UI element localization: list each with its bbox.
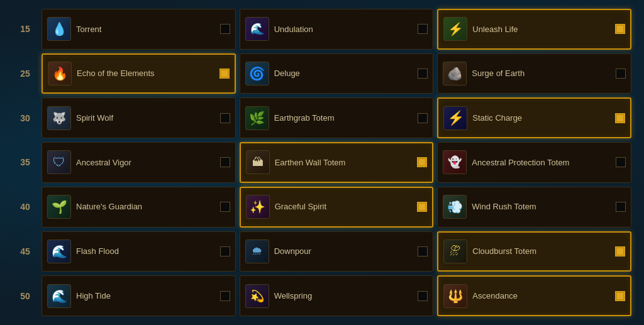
talent-cell-flash-flood[interactable]: Flash Flood: [42, 231, 236, 272]
talent-checkbox-ancestral-vigor[interactable]: [220, 157, 230, 167]
talent-cell-high-tide[interactable]: High Tide: [42, 275, 236, 316]
talent-checkbox-echo[interactable]: [219, 69, 230, 79]
talent-checkbox-earthen-wall[interactable]: [417, 157, 427, 167]
talent-icon-unleash-life: [443, 17, 467, 41]
level-label-25: 25: [13, 53, 38, 94]
talent-cell-ancestral-vigor[interactable]: Ancestral Vigor: [42, 142, 236, 183]
talent-cell-anc-prot[interactable]: Ancestral Protection Totem: [437, 142, 631, 183]
talent-cell-spirit-wolf[interactable]: Spirit Wolf: [42, 97, 236, 138]
talent-checkbox-surge-earth[interactable]: [616, 69, 626, 79]
talent-name-natures-guardian: Nature's Guardian: [76, 202, 215, 212]
talent-checkbox-spirit-wolf[interactable]: [220, 113, 230, 123]
talent-checkbox-wellspring[interactable]: [418, 291, 428, 301]
talent-grid: 15TorrentUndulationUnleash Life25Echo of…: [8, 4, 636, 321]
talent-icon-wellspring: [245, 284, 269, 308]
talent-cell-wind-rush[interactable]: Wind Rush Totem: [437, 187, 631, 228]
talent-cell-ascendance[interactable]: Ascendance: [437, 275, 631, 316]
talent-checkbox-torrent[interactable]: [220, 24, 230, 34]
talent-checkbox-wind-rush[interactable]: [616, 202, 626, 212]
talent-checkbox-graceful-spirit[interactable]: [417, 202, 427, 212]
talent-icon-deluge: [245, 62, 269, 85]
talent-cell-natures-guardian[interactable]: Nature's Guardian: [42, 187, 236, 228]
talent-cell-graceful-spirit[interactable]: Graceful Spirit: [240, 187, 434, 228]
talent-checkbox-static-charge[interactable]: [615, 113, 625, 123]
talent-checkbox-flash-flood[interactable]: [220, 246, 230, 256]
talent-cell-torrent[interactable]: Torrent: [42, 9, 236, 50]
talent-icon-earthen-wall: [246, 150, 270, 174]
level-label-30: 30: [13, 97, 38, 138]
talent-name-high-tide: High Tide: [76, 291, 215, 301]
talent-name-unleash-life: Unleash Life: [472, 25, 610, 35]
talent-icon-natures-guardian: [47, 195, 71, 219]
talent-cell-cloudburst[interactable]: Cloudburst Totem: [437, 231, 631, 272]
talent-checkbox-unleash-life[interactable]: [615, 24, 625, 34]
talent-name-echo: Echo of the Elements: [77, 69, 214, 79]
talent-name-ascendance: Ascendance: [472, 291, 610, 301]
talent-icon-flash-flood: [47, 240, 71, 263]
talent-cell-unleash-life[interactable]: Unleash Life: [437, 9, 631, 50]
talent-checkbox-ascendance[interactable]: [615, 291, 625, 301]
level-label-15: 15: [13, 9, 38, 50]
talent-icon-torrent: [47, 17, 71, 41]
talent-checkbox-anc-prot[interactable]: [616, 157, 626, 167]
talent-name-wind-rush: Wind Rush Totem: [472, 202, 611, 212]
talent-cell-deluge[interactable]: Deluge: [240, 53, 434, 94]
talent-icon-ancestral-vigor: [47, 150, 71, 174]
talent-name-cloudburst: Cloudburst Totem: [472, 246, 610, 256]
talent-name-graceful-spirit: Graceful Spirit: [275, 202, 413, 212]
level-label-40: 40: [13, 187, 38, 228]
talent-icon-spirit-wolf: [47, 106, 71, 130]
talent-icon-echo: [48, 62, 72, 85]
talent-checkbox-deluge[interactable]: [418, 69, 428, 79]
talent-cell-earthgrab[interactable]: Earthgrab Totem: [240, 97, 434, 138]
talent-cell-wellspring[interactable]: Wellspring: [240, 275, 434, 316]
talent-icon-graceful-spirit: [246, 195, 270, 219]
talent-checkbox-natures-guardian[interactable]: [220, 202, 230, 212]
talent-checkbox-cloudburst[interactable]: [615, 246, 625, 256]
talent-name-deluge: Deluge: [274, 69, 413, 79]
talent-name-torrent: Torrent: [76, 25, 215, 35]
talent-name-anc-prot: Ancestral Protection Totem: [472, 158, 611, 168]
talent-name-undulation: Undulation: [274, 25, 413, 35]
talent-name-static-charge: Static Charge: [472, 113, 610, 123]
level-label-35: 35: [13, 142, 38, 183]
level-label-50: 50: [13, 275, 38, 316]
talent-checkbox-high-tide[interactable]: [220, 291, 230, 301]
talent-name-downpour: Downpour: [274, 246, 413, 256]
talent-icon-earthgrab: [245, 106, 269, 130]
talent-cell-echo[interactable]: Echo of the Elements: [42, 53, 236, 94]
talent-checkbox-earthgrab[interactable]: [418, 113, 428, 123]
talent-icon-ascendance: [443, 284, 467, 308]
talent-checkbox-undulation[interactable]: [418, 24, 428, 34]
talent-icon-undulation: [245, 17, 269, 41]
talent-name-surge-earth: Surge of Earth: [472, 69, 611, 79]
talent-icon-anc-prot: [443, 150, 467, 174]
level-label-45: 45: [13, 231, 38, 272]
talent-icon-cloudburst: [443, 240, 467, 263]
talent-icon-surge-earth: [443, 62, 467, 85]
talent-name-spirit-wolf: Spirit Wolf: [76, 113, 215, 123]
talent-name-ancestral-vigor: Ancestral Vigor: [76, 158, 215, 168]
talent-icon-wind-rush: [443, 195, 467, 219]
talent-icon-downpour: [245, 240, 269, 263]
talent-icon-static-charge: [443, 106, 467, 130]
talent-name-flash-flood: Flash Flood: [76, 246, 215, 256]
talent-cell-undulation[interactable]: Undulation: [240, 9, 434, 50]
talent-icon-high-tide: [47, 284, 71, 308]
talent-cell-downpour[interactable]: Downpour: [240, 231, 434, 272]
talent-name-earthgrab: Earthgrab Totem: [274, 113, 413, 123]
talent-cell-static-charge[interactable]: Static Charge: [437, 97, 631, 138]
talent-checkbox-downpour[interactable]: [418, 246, 428, 256]
talent-cell-earthen-wall[interactable]: Earthen Wall Totem: [240, 142, 434, 183]
talent-cell-surge-earth[interactable]: Surge of Earth: [437, 53, 631, 94]
talent-name-wellspring: Wellspring: [274, 291, 413, 301]
talent-name-earthen-wall: Earthen Wall Totem: [275, 158, 413, 168]
